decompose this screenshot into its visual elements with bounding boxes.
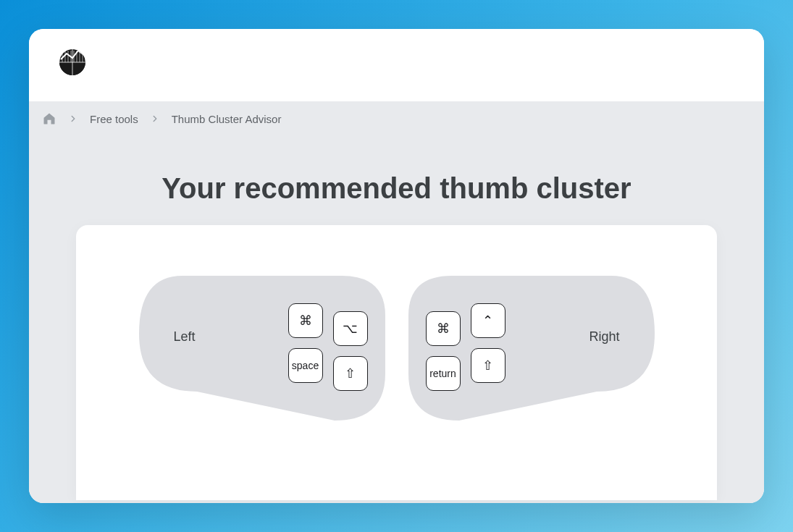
key-left-top-outer[interactable]: ⌥ xyxy=(333,311,368,346)
key-row: return ⇧ xyxy=(426,348,505,383)
key-row: space ⇧ xyxy=(288,348,368,383)
page-heading: Your recommended thumb cluster xyxy=(29,172,764,205)
chevron-right-icon xyxy=(150,114,160,124)
key-left-bottom-inner[interactable]: space xyxy=(288,348,323,383)
breadcrumb-home[interactable] xyxy=(42,111,56,126)
breadcrumb-current[interactable]: Thumb Cluster Advisor xyxy=(172,113,282,125)
key-label: return xyxy=(429,368,456,379)
app-header xyxy=(29,29,764,101)
key-row: ⌘ ⌥ xyxy=(288,303,368,338)
right-keys: ⌘ ⌃ return ⇧ xyxy=(426,303,505,393)
breadcrumb: Free tools Thumb Cluster Advisor xyxy=(29,101,764,136)
content-area: Free tools Thumb Cluster Advisor Your re… xyxy=(29,101,764,503)
chevron-right-icon xyxy=(68,114,78,124)
right-cluster: Right ⌘ ⌃ return xyxy=(408,276,655,421)
key-right-bottom-inner[interactable]: return xyxy=(426,356,461,391)
cluster-card: Left ⌘ ⌥ space xyxy=(76,225,717,500)
cluster-container: Left ⌘ ⌥ space xyxy=(76,225,717,421)
left-cluster: Left ⌘ ⌥ space xyxy=(139,276,385,421)
app-window: Free tools Thumb Cluster Advisor Your re… xyxy=(29,29,764,503)
key-row: ⌘ ⌃ xyxy=(426,303,505,338)
left-keys: ⌘ ⌥ space ⇧ xyxy=(288,303,368,393)
key-right-top-outer[interactable]: ⌃ xyxy=(471,303,505,338)
command-icon: ⌘ xyxy=(437,321,450,337)
key-left-bottom-outer[interactable]: ⇧ xyxy=(333,356,368,391)
key-right-top-inner[interactable]: ⌘ xyxy=(426,311,461,346)
breadcrumb-free-tools[interactable]: Free tools xyxy=(90,113,138,125)
option-icon: ⌥ xyxy=(343,321,358,337)
shift-icon: ⇧ xyxy=(482,358,493,373)
key-right-bottom-outer[interactable]: ⇧ xyxy=(471,348,505,383)
home-icon xyxy=(42,111,56,126)
app-logo[interactable] xyxy=(58,46,87,75)
key-left-top-inner[interactable]: ⌘ xyxy=(288,303,323,338)
key-label: space xyxy=(292,360,319,371)
control-icon: ⌃ xyxy=(482,313,493,329)
shift-icon: ⇧ xyxy=(345,366,356,381)
left-cluster-label: Left xyxy=(174,329,196,345)
right-cluster-label: Right xyxy=(589,329,619,345)
command-icon: ⌘ xyxy=(299,313,312,329)
